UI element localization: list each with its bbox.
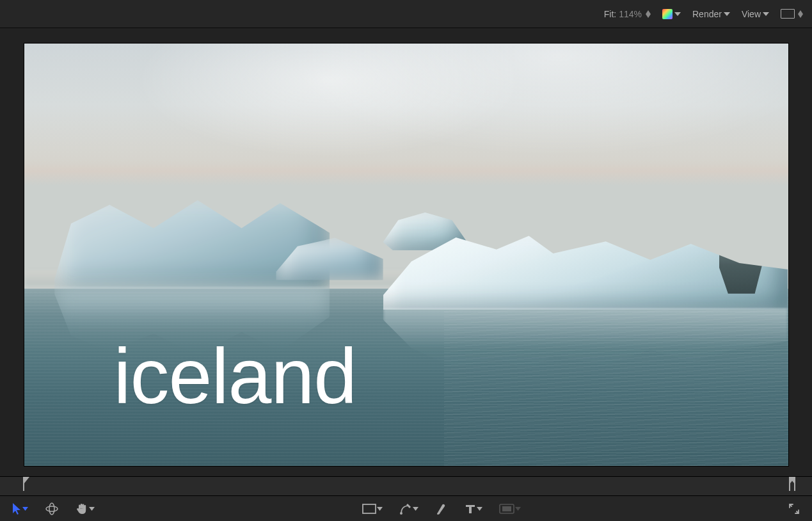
chevron-down-icon (377, 507, 383, 511)
brush-icon (435, 502, 448, 515)
pen-tool[interactable] (397, 501, 421, 517)
out-point-marker-icon[interactable] (788, 477, 800, 496)
orbit-icon (45, 502, 59, 516)
canvas-bottom-toolbar (0, 495, 812, 521)
color-channels-dropdown[interactable] (662, 9, 681, 19)
chevron-down-icon (674, 12, 681, 16)
svg-point-0 (46, 506, 58, 511)
render-dropdown[interactable]: Render (692, 9, 730, 19)
fullscreen-toggle[interactable] (785, 501, 803, 517)
render-label: Render (692, 9, 722, 19)
orbit-3d-tool[interactable] (42, 501, 61, 517)
view-dropdown[interactable]: View (742, 9, 769, 19)
chevron-down-icon (477, 507, 482, 511)
mask-tool[interactable] (497, 502, 523, 515)
select-tool[interactable] (9, 501, 31, 517)
canvas[interactable]: iceland (24, 44, 788, 466)
text-t-icon (465, 503, 476, 515)
chevron-down-icon (22, 507, 28, 511)
view-label: View (742, 9, 761, 19)
stepper-icon (798, 10, 803, 18)
color-wheel-icon (662, 9, 673, 19)
viewer-area: iceland (0, 28, 812, 476)
fit-label: Fit: (604, 9, 616, 19)
mask-rect-icon (499, 504, 514, 514)
aspect-ratio-icon (781, 9, 795, 19)
expand-arrows-icon (788, 502, 800, 515)
title-text-layer[interactable]: iceland (114, 332, 357, 421)
in-point-marker-icon[interactable] (22, 477, 35, 496)
chevron-down-icon (515, 507, 521, 511)
zoom-fit-control[interactable]: Fit: 114% (604, 9, 651, 19)
hand-icon (76, 502, 88, 515)
shape-tool[interactable] (360, 502, 385, 515)
rectangle-icon (362, 504, 376, 514)
paint-stroke-tool[interactable] (433, 501, 450, 517)
chevron-down-icon (724, 12, 730, 16)
fit-value: 114% (619, 9, 642, 19)
canvas-top-toolbar: Fit: 114% Render View (0, 0, 812, 28)
chevron-down-icon (763, 12, 769, 16)
chevron-down-icon (413, 507, 418, 511)
pan-tool[interactable] (73, 501, 97, 517)
stepper-icon (646, 10, 651, 18)
arrow-cursor-icon (12, 502, 22, 515)
aspect-dropdown[interactable] (781, 9, 803, 19)
pen-path-icon (399, 502, 412, 515)
text-tool[interactable] (462, 502, 485, 516)
svg-rect-5 (502, 506, 511, 511)
mini-timeline[interactable] (0, 476, 812, 495)
svg-point-1 (49, 503, 54, 515)
chevron-down-icon (89, 507, 95, 511)
svg-rect-2 (363, 504, 376, 513)
svg-point-3 (400, 512, 402, 515)
